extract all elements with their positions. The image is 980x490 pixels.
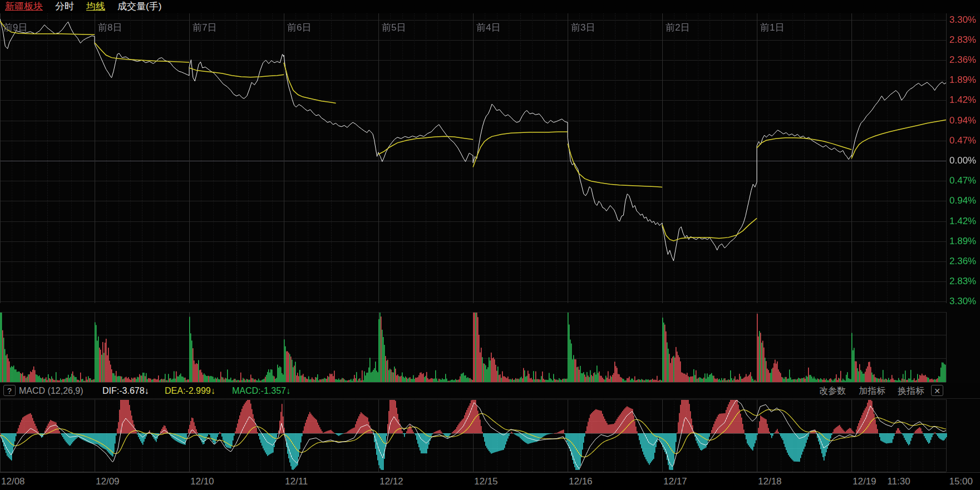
price-axis-label: 2.83% — [949, 35, 976, 45]
trading-app: 新疆板块 分时 均线 成交量(手) 前9日前8日前7日前6日前5日前4日前3日前… — [0, 0, 980, 490]
macd-toolbar: ? MACD (12,26,9) DIF:-3.678↓ DEA:-2.999↓… — [0, 383, 980, 399]
dif-value: DIF:-3.678↓ — [102, 385, 149, 397]
day-label-前8日: 前8日 — [98, 23, 122, 33]
day-label-前4日: 前4日 — [476, 23, 500, 33]
tab-avg-line[interactable]: 均线 — [86, 0, 105, 13]
price-axis-label: 2.36% — [949, 256, 976, 266]
close-icon[interactable]: ✕ — [931, 385, 943, 396]
tab-volume[interactable]: 成交量(手) — [117, 0, 161, 13]
edit-params-button[interactable]: 改参数 — [819, 385, 846, 397]
indicator-tabs: 新疆板块 分时 均线 成交量(手) — [0, 0, 980, 13]
day-label-前1日: 前1日 — [760, 23, 784, 33]
time-axis: 12/0812/0912/1012/1112/1212/1512/1612/17… — [0, 472, 980, 490]
day-label-前2日: 前2日 — [666, 23, 690, 33]
dea-value: DEA:-2.999↓ — [165, 385, 215, 397]
price-axis-label: 1.42% — [949, 95, 976, 105]
price-axis-label: 0.47% — [949, 176, 976, 186]
date-label-12/12: 12/12 — [380, 477, 403, 487]
time-label-15:00: 15:00 — [949, 477, 973, 487]
price-axis-label: 0.94% — [949, 116, 976, 126]
price-axis-label: 1.42% — [949, 216, 976, 226]
day-label-前5日: 前5日 — [382, 23, 406, 33]
tab-intraday[interactable]: 分时 — [55, 0, 74, 13]
day-label-前9日: 前9日 — [3, 23, 27, 33]
date-label-12/18: 12/18 — [758, 477, 782, 487]
date-label-12/09: 12/09 — [96, 477, 120, 487]
help-icon[interactable]: ? — [3, 385, 16, 396]
price-axis-label: 2.83% — [949, 276, 976, 286]
price-axis-label: 0.94% — [949, 196, 976, 206]
date-label-12/16: 12/16 — [569, 477, 593, 487]
price-axis-label: 1.89% — [949, 75, 976, 85]
price-axis-label: 0.47% — [949, 136, 976, 146]
multi-day-intraday-chart[interactable] — [0, 0, 980, 490]
price-axis-label: 3.30% — [949, 15, 976, 25]
price-axis-label: 2.36% — [949, 55, 976, 65]
date-label-12/19: 12/19 — [853, 477, 876, 487]
time-label-11:30: 11:30 — [887, 477, 910, 487]
macd-params-label: MACD (12,26,9) — [19, 385, 83, 397]
price-axis-label: 0.00% — [949, 156, 976, 166]
price-axis-label: 1.89% — [949, 236, 976, 246]
switch-indicator-button[interactable]: 换指标 — [898, 385, 924, 397]
date-label-12/15: 12/15 — [474, 477, 498, 487]
add-indicator-button[interactable]: 加指标 — [859, 385, 885, 397]
date-label-12/08: 12/08 — [1, 477, 25, 487]
date-label-12/11: 12/11 — [285, 477, 308, 487]
date-label-12/10: 12/10 — [190, 477, 214, 487]
day-label-前7日: 前7日 — [193, 23, 216, 33]
macd-value: MACD:-1.357↓ — [232, 385, 290, 397]
tab-sector-name[interactable]: 新疆板块 — [5, 0, 43, 13]
price-axis-label: 3.30% — [949, 296, 976, 306]
day-label-前6日: 前6日 — [287, 23, 311, 33]
date-label-12/17: 12/17 — [663, 477, 687, 487]
day-label-前3日: 前3日 — [571, 23, 595, 33]
